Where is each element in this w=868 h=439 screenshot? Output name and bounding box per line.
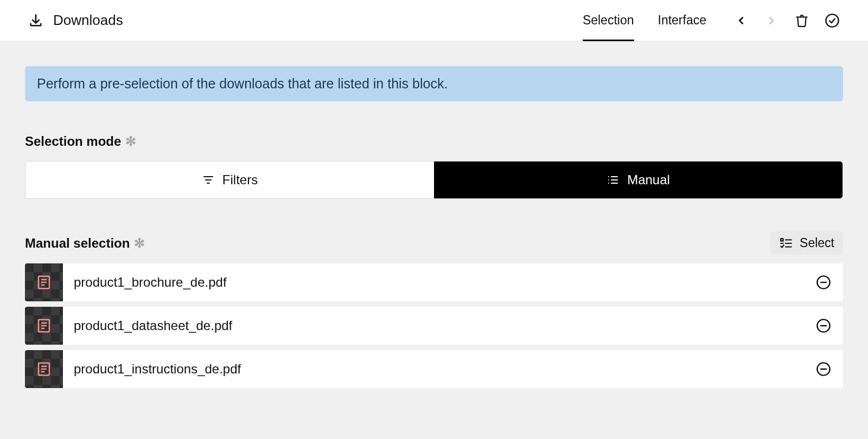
selection-mode-label: Selection mode ✻ (25, 134, 843, 149)
svg-point-0 (826, 14, 838, 27)
segment-label: Manual (627, 172, 670, 188)
document-icon (36, 274, 52, 290)
svg-point-8 (608, 183, 609, 184)
list-item[interactable]: product1_datasheet_de.pdf (25, 307, 843, 345)
content: Perform a pre-selection of the downloads… (0, 41, 868, 413)
document-icon (36, 318, 52, 334)
header: Downloads Selection Interface (0, 0, 868, 41)
manual-selection-header: Manual selection ✻ Select (25, 231, 843, 255)
manual-selection-label: Manual selection ✻ (25, 236, 145, 251)
list-icon (607, 173, 620, 186)
selection-mode-toggle: Filters Manual (25, 161, 843, 199)
svg-rect-10 (781, 238, 783, 241)
remove-button[interactable] (804, 318, 843, 333)
required-indicator: ✻ (134, 236, 145, 251)
label-text: Manual selection (25, 236, 130, 251)
file-name: product1_instructions_de.pdf (63, 361, 804, 377)
file-name: product1_datasheet_de.pdf (63, 318, 804, 333)
list-item[interactable]: product1_brochure_de.pdf (25, 263, 843, 301)
tab-label: Interface (658, 13, 707, 28)
trash-button[interactable] (794, 13, 809, 28)
manual-selection-list: product1_brochure_de.pdf product1_datash… (25, 263, 843, 388)
label-text: Selection mode (25, 134, 121, 149)
file-thumbnail (25, 263, 63, 301)
list-item[interactable]: product1_instructions_de.pdf (25, 350, 843, 388)
select-button[interactable]: Select (770, 231, 843, 255)
svg-point-6 (608, 179, 609, 180)
check-circle-button[interactable] (825, 13, 840, 28)
filter-icon (202, 173, 215, 186)
remove-button[interactable] (804, 361, 843, 377)
tab-interface[interactable]: Interface (646, 0, 719, 41)
download-icon (28, 13, 43, 28)
document-icon (36, 361, 52, 377)
segment-manual[interactable]: Manual (434, 162, 843, 198)
next-button (764, 13, 779, 28)
required-indicator: ✻ (125, 134, 136, 149)
select-list-icon (779, 236, 793, 250)
remove-button[interactable] (804, 275, 843, 290)
header-actions (733, 13, 840, 28)
segment-label: Filters (222, 172, 258, 188)
file-thumbnail (25, 350, 63, 388)
tabs: Selection Interface (571, 0, 718, 41)
file-thumbnail (25, 307, 63, 345)
banner-text: Perform a pre-selection of the downloads… (37, 76, 448, 91)
file-name: product1_brochure_de.pdf (63, 275, 804, 290)
prev-button[interactable] (733, 13, 749, 28)
segment-filters[interactable]: Filters (25, 162, 434, 198)
info-banner: Perform a pre-selection of the downloads… (25, 66, 843, 101)
header-left: Downloads (28, 12, 123, 29)
svg-point-4 (608, 176, 609, 177)
tab-selection[interactable]: Selection (571, 0, 646, 41)
tab-label: Selection (583, 13, 634, 28)
page-title: Downloads (53, 12, 123, 29)
select-button-label: Select (800, 236, 834, 250)
header-right: Selection Interface (571, 0, 840, 41)
